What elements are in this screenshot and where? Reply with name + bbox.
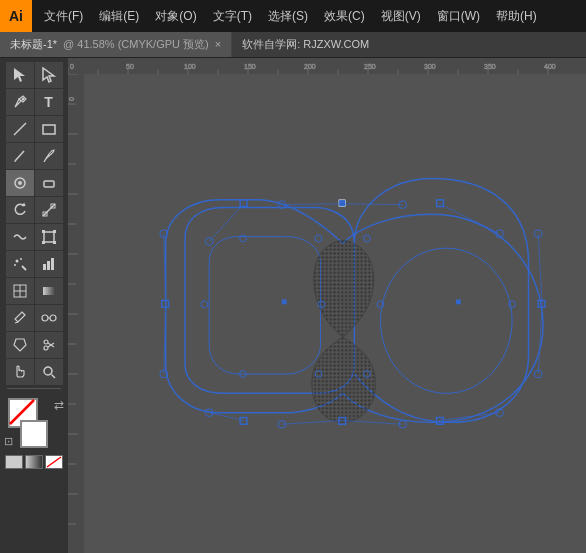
svg-marker-1 [43, 68, 54, 82]
svg-point-32 [44, 346, 48, 350]
active-tab[interactable]: 未标题-1* @ 41.58% (CMYK/GPU 预览) × [0, 32, 232, 57]
svg-text:400: 400 [544, 63, 556, 70]
svg-text:250: 250 [364, 63, 376, 70]
ruler-top: 0 50 100 150 200 250 [68, 58, 586, 74]
zoom-tool[interactable] [35, 359, 63, 385]
svg-text:0: 0 [68, 97, 75, 101]
handle-line-3 [209, 204, 244, 242]
live-paint-bucket-tool[interactable] [6, 332, 34, 358]
gradient-mode[interactable] [25, 455, 43, 469]
handle-line-8 [343, 420, 403, 424]
no-color-mode[interactable] [45, 455, 63, 469]
inner-cp-4 [201, 301, 208, 308]
svg-rect-15 [42, 241, 45, 244]
blend-tool[interactable] [35, 305, 63, 331]
svg-rect-16 [53, 241, 56, 244]
color-fill-stroke-area: ⇄ ⊡ [4, 398, 64, 450]
center-dot-right [456, 299, 461, 304]
svg-rect-21 [47, 261, 50, 270]
eraser-tool[interactable] [35, 170, 63, 196]
menu-file[interactable]: 文件(F) [36, 0, 91, 32]
svg-line-27 [15, 322, 18, 323]
tool-row-6 [4, 197, 64, 223]
anchor-bottom-left[interactable] [240, 418, 247, 425]
svg-point-19 [14, 264, 16, 266]
tool-row-5 [4, 170, 64, 196]
solid-color-mode[interactable] [5, 455, 23, 469]
toolbar: T [0, 58, 68, 553]
blob-brush-tool[interactable] [6, 170, 34, 196]
brush-tool[interactable] [35, 143, 63, 169]
svg-point-17 [15, 260, 18, 263]
anchor-top-center[interactable] [339, 200, 346, 207]
ai-logo: Ai [0, 0, 32, 32]
tool-row-8 [4, 251, 64, 277]
svg-line-9 [43, 204, 55, 216]
svg-point-31 [44, 340, 48, 344]
menu-effect[interactable]: 效果(C) [316, 0, 373, 32]
toolbar-separator-1 [7, 388, 61, 389]
tool-row-3 [4, 116, 64, 142]
svg-rect-22 [51, 258, 54, 270]
gradient-tool[interactable] [35, 278, 63, 304]
anchor-bottom-right[interactable] [437, 418, 444, 425]
handle-line-9 [282, 420, 343, 424]
svg-point-2 [21, 98, 24, 101]
rotate-tool[interactable] [6, 197, 34, 223]
line-tool[interactable] [6, 116, 34, 142]
menu-select[interactable]: 选择(S) [260, 0, 316, 32]
eyedropper-tool[interactable] [6, 305, 34, 331]
tool-row-11 [4, 332, 64, 358]
svg-point-18 [20, 258, 22, 260]
anchor-top-left[interactable] [240, 200, 247, 207]
menu-view[interactable]: 视图(V) [373, 0, 429, 32]
svg-text:50: 50 [126, 63, 134, 70]
illustration-canvas[interactable] [84, 74, 586, 553]
menu-type[interactable]: 文字(T) [205, 0, 260, 32]
swap-colors-icon[interactable]: ⇄ [54, 398, 64, 412]
svg-rect-66 [68, 74, 84, 553]
rect-tool[interactable] [35, 116, 63, 142]
svg-point-85 [380, 248, 512, 393]
svg-line-37 [10, 400, 34, 424]
handle-line-7 [440, 413, 500, 421]
default-colors-icon[interactable]: ⊡ [4, 435, 13, 448]
ruler-left: 0 [68, 74, 84, 553]
svg-text:300: 300 [424, 63, 436, 70]
tool-row-2: T [4, 89, 64, 115]
inner-cp-2 [315, 235, 322, 242]
pen-tool[interactable] [6, 89, 34, 115]
mesh-tool[interactable] [6, 278, 34, 304]
svg-marker-0 [14, 68, 25, 82]
tool-row-4 [4, 143, 64, 169]
menu-object[interactable]: 对象(O) [147, 0, 204, 32]
color-mode-row [5, 455, 63, 469]
type-tool[interactable]: T [35, 89, 63, 115]
select-tool[interactable] [6, 62, 34, 88]
anchor-top-right[interactable] [437, 200, 444, 207]
menu-help[interactable]: 帮助(H) [488, 0, 545, 32]
direct-select-tool[interactable] [35, 62, 63, 88]
svg-point-28 [42, 315, 48, 321]
menu-edit[interactable]: 编辑(E) [91, 0, 147, 32]
tab-title: 未标题-1* [10, 37, 57, 52]
symbol-sprayer-tool[interactable] [6, 251, 34, 277]
hand-tool[interactable] [6, 359, 34, 385]
tab-zoom-info: @ 41.58% (CMYK/GPU 预览) [63, 37, 209, 52]
free-transform-tool[interactable] [35, 224, 63, 250]
tab-bar: 未标题-1* @ 41.58% (CMYK/GPU 预览) × 软件自学网: R… [0, 32, 586, 58]
pencil-tool[interactable] [6, 143, 34, 169]
tool-row-7 [4, 224, 64, 250]
column-graph-tool[interactable] [35, 251, 63, 277]
tool-row-12 [4, 359, 64, 385]
menu-window[interactable]: 窗口(W) [429, 0, 488, 32]
tab-close-button[interactable]: × [215, 39, 221, 50]
warp-tool[interactable] [6, 224, 34, 250]
svg-line-5 [15, 151, 24, 161]
inner-cp-7 [509, 301, 516, 308]
svg-line-3 [14, 123, 26, 135]
canvas-area[interactable]: 0 50 100 150 200 250 [68, 58, 586, 553]
svg-text:0: 0 [70, 63, 74, 70]
scale-tool[interactable] [35, 197, 63, 223]
scissors-tool[interactable] [35, 332, 63, 358]
